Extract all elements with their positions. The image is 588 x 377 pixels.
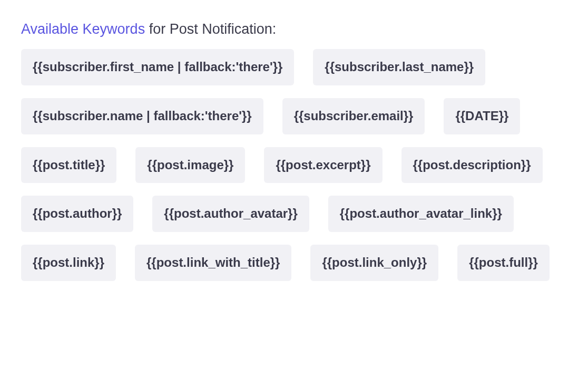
keyword-chip[interactable]: {{subscriber.first_name | fallback:'ther… xyxy=(21,49,294,85)
keyword-chip[interactable]: {{post.image}} xyxy=(135,147,245,183)
keyword-chip[interactable]: {{subscriber.name | fallback:'there'}} xyxy=(21,98,263,134)
keyword-chip[interactable]: {{subscriber.last_name}} xyxy=(313,49,485,85)
keyword-chip[interactable]: {{post.full}} xyxy=(457,245,550,281)
keywords-container: {{subscriber.first_name | fallback:'ther… xyxy=(21,49,567,281)
keyword-chip[interactable]: {{DATE}} xyxy=(444,98,520,134)
keyword-chip[interactable]: {{post.author_avatar_link}} xyxy=(328,196,514,232)
keyword-chip[interactable]: {{subscriber.email}} xyxy=(282,98,425,134)
section-header: Available Keywords for Post Notification… xyxy=(21,21,567,37)
keyword-chip[interactable]: {{post.link}} xyxy=(21,245,116,281)
keyword-chip[interactable]: {{post.description}} xyxy=(401,147,543,183)
keyword-chip[interactable]: {{post.link_with_title}} xyxy=(135,245,291,281)
keyword-chip[interactable]: {{post.author}} xyxy=(21,196,133,232)
keyword-chip[interactable]: {{post.link_only}} xyxy=(310,245,438,281)
keyword-chip[interactable]: {{post.excerpt}} xyxy=(264,147,382,183)
keyword-chip[interactable]: {{post.author_avatar}} xyxy=(152,196,309,232)
keyword-chip[interactable]: {{post.title}} xyxy=(21,147,116,183)
available-keywords-link[interactable]: Available Keywords xyxy=(21,21,145,37)
header-rest: for Post Notification: xyxy=(145,21,276,37)
